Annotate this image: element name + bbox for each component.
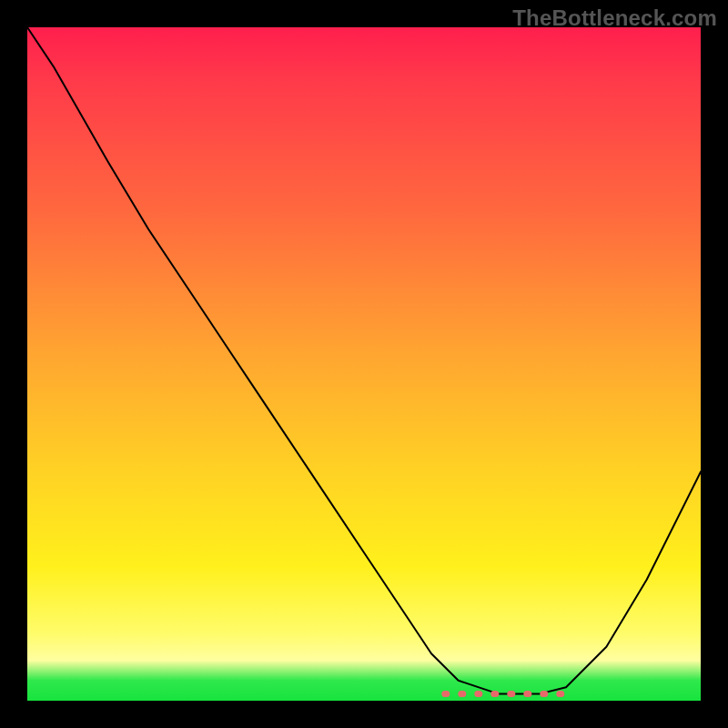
- plot-area: [27, 27, 701, 701]
- chart-container: TheBottleneck.com: [0, 0, 728, 728]
- chart-svg: [27, 27, 701, 701]
- bottleneck-curve: [27, 27, 701, 694]
